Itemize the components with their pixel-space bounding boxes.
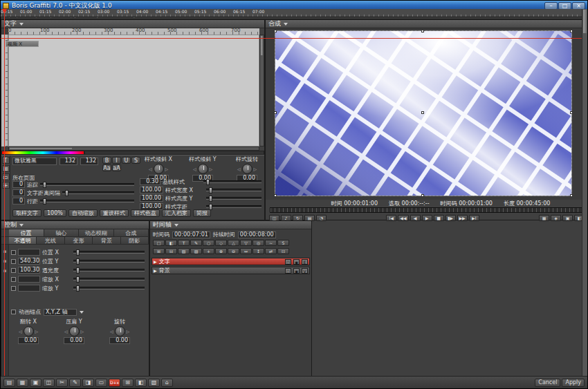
param-slider[interactable]	[73, 269, 145, 272]
footer-tool-icon[interactable]: ⊞	[122, 379, 134, 387]
dial-decrement-icon[interactable]: ◁	[237, 167, 241, 171]
param-value-box[interactable]	[18, 249, 40, 256]
timeline-tool-icon[interactable]: ⊖	[228, 248, 239, 254]
selection-handle[interactable]	[274, 194, 277, 197]
footer-tool-icon[interactable]: ▣	[30, 379, 42, 387]
footer-tool-icon[interactable]: ▤	[3, 379, 15, 387]
dial-decrement-icon[interactable]: ◁	[193, 167, 196, 171]
timeline-tool-icon[interactable]: ○	[203, 240, 214, 246]
timeline-tool-icon[interactable]: ↔	[240, 248, 252, 254]
dial-knob[interactable]	[24, 326, 34, 336]
dial-value[interactable]: 0.00	[109, 337, 130, 344]
dial-decrement-icon[interactable]: ◁	[149, 167, 152, 171]
video-clip[interactable]: 视频 X	[6, 41, 39, 47]
param-value-box[interactable]: 0.30	[140, 178, 160, 185]
dial-decrement-icon[interactable]: ◁	[110, 329, 113, 334]
playback-button[interactable]: ◀	[410, 215, 421, 221]
transport-utility-icon[interactable]: ◔	[316, 215, 327, 221]
chevron-down-icon[interactable]	[19, 23, 24, 26]
timeline-tool-icon[interactable]: ▨	[190, 248, 202, 254]
timeline-vertical-scrollbar[interactable]	[582, 9, 587, 384]
footer-tool-icon[interactable]: ▭	[95, 379, 107, 387]
text-tool-icon[interactable]: ⊞	[2, 165, 10, 172]
timeline-tool-icon[interactable]: ◎	[252, 240, 264, 246]
dial-knob[interactable]	[198, 164, 208, 174]
timeline-tool-icon[interactable]: +	[203, 248, 214, 254]
footer-tool-icon[interactable]: ⌂	[161, 379, 173, 387]
apply-button[interactable]: Apply	[562, 379, 585, 387]
text-panel-action-button[interactable]: 100%	[44, 209, 66, 217]
cancel-button[interactable]: Cancel	[535, 379, 560, 387]
timeline-tool-icon[interactable]: ⊡	[277, 248, 289, 254]
control-panel-header[interactable]: 控制	[1, 221, 149, 229]
playback-button[interactable]: ◀◀	[398, 215, 408, 221]
canvas-vertical-scrollbar[interactable]	[259, 35, 264, 146]
timeline-ruler[interactable]: 00:1501:0001:1502:0002:1503:0003:1504:00…	[1, 9, 582, 17]
param-slider[interactable]	[40, 183, 134, 186]
playback-button[interactable]: ■	[434, 215, 444, 221]
composite-stage[interactable]	[266, 28, 588, 200]
control-tab[interactable]: 合成	[114, 229, 149, 236]
control-tab[interactable]: 轴心	[44, 229, 80, 236]
dial-increment-icon[interactable]: ▷	[35, 329, 39, 334]
chevron-down-icon[interactable]	[19, 224, 24, 227]
window-control-button[interactable]: ×	[572, 2, 585, 10]
param-enable-checkbox[interactable]	[11, 259, 16, 264]
footer-tool-icon[interactable]: ▦	[17, 379, 28, 387]
track-lock-icon[interactable]: ◉	[293, 259, 300, 265]
control-subtab[interactable]: 不透明	[9, 237, 37, 244]
selection-handle[interactable]	[421, 194, 424, 197]
duration-value[interactable]: 00:00:08:00	[238, 231, 276, 238]
dial-increment-icon[interactable]: ▷	[127, 329, 130, 334]
text-panel-action-button[interactable]: 简报	[193, 209, 211, 217]
param-slider[interactable]	[206, 205, 261, 208]
param-value-box[interactable]: 100.30	[18, 267, 40, 274]
selection-handle[interactable]	[570, 194, 573, 197]
chevron-down-icon[interactable]	[174, 224, 178, 227]
track-expand-icon[interactable]: ▶	[154, 259, 157, 264]
footer-tool-icon[interactable]: ◨	[82, 379, 94, 387]
control-tab[interactable]: 动态模糊	[79, 229, 114, 236]
footer-tool-icon[interactable]: ◧	[135, 379, 147, 387]
playback-button[interactable]: I◀	[386, 215, 396, 221]
dial-knob[interactable]	[242, 164, 252, 174]
param-value-box[interactable]	[18, 285, 40, 292]
param-value-box[interactable]: 540.30	[18, 258, 40, 265]
track-lock-icon[interactable]: ◉	[293, 268, 300, 274]
timeline-tool-icon[interactable]: ✎	[190, 240, 202, 246]
text-panel-action-button[interactable]: 自动缩放	[68, 209, 98, 217]
dial-value[interactable]: 0.00	[64, 337, 84, 344]
transport-view-icon[interactable]: ▣	[562, 215, 573, 221]
transport-view-icon[interactable]: ▦	[539, 215, 549, 221]
footer-tool-icon[interactable]: ◫	[43, 379, 55, 387]
window-control-button[interactable]: □	[558, 2, 571, 10]
font-size-field[interactable]: 132	[59, 158, 77, 165]
track-row-background[interactable]: ▶ 背景 ◻ ◉ V	[151, 267, 310, 274]
timeline-tool-icon[interactable]: ◧	[165, 240, 177, 246]
timeline-tool-icon[interactable]: ⊟	[165, 248, 177, 254]
dial-value[interactable]: 0.00	[18, 337, 39, 344]
timeline-tool-icon[interactable]: S	[277, 240, 289, 246]
footer-tool-icon[interactable]: ✂	[56, 379, 68, 387]
control-subtab[interactable]: 背景	[93, 237, 120, 244]
timeline-tool-icon[interactable]: ⊕	[215, 248, 227, 254]
dial-decrement-icon[interactable]: ◁	[19, 329, 22, 334]
param-slider[interactable]	[62, 191, 134, 194]
playhead-line[interactable]	[4, 9, 5, 384]
param-value-box[interactable]: 100.00	[140, 195, 163, 202]
chevron-down-icon[interactable]	[80, 311, 84, 314]
font-family-select[interactable]: 微软雅黑	[12, 158, 57, 165]
track-mode-icon[interactable]: V	[302, 268, 308, 274]
anchor-checkbox[interactable]	[11, 310, 16, 314]
param-value-box[interactable]: 0	[12, 181, 25, 188]
dial-increment-icon[interactable]: ▷	[254, 167, 257, 171]
track-row-text[interactable]: ▶ 文字 ◻ ◉ E	[151, 258, 310, 265]
control-subtab[interactable]: 阴影	[121, 237, 149, 244]
playback-button[interactable]: ▮▶	[445, 215, 456, 221]
selection-handle[interactable]	[570, 30, 573, 32]
timeline-tool-icon[interactable]: T	[178, 240, 190, 246]
text-tool-icon[interactable]: ▭	[2, 173, 10, 180]
timeline-tool-icon[interactable]: ⇄	[265, 248, 277, 254]
footer-tool-icon[interactable]: ▧	[148, 379, 160, 387]
selection-handle[interactable]	[421, 30, 424, 32]
